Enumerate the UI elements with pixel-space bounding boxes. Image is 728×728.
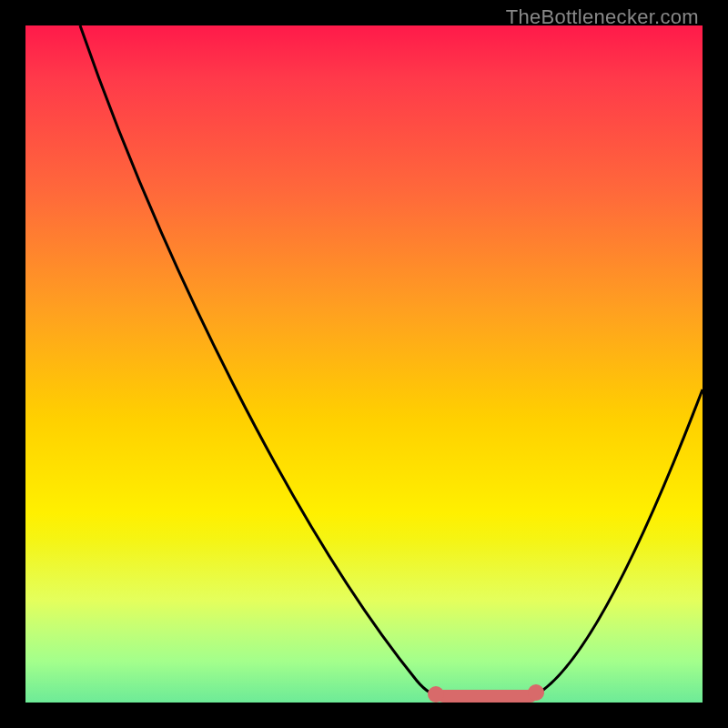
right-curve: [531, 389, 703, 697]
left-curve: [80, 25, 442, 697]
watermark-text: TheBottlenecker.com: [506, 5, 699, 29]
minimum-plateau: [437, 690, 537, 703]
chart-container: TheBottlenecker.com: [0, 0, 728, 728]
curve-layer: [25, 25, 703, 703]
plateau-right-dot: [528, 684, 544, 701]
plateau-left-dot: [428, 686, 444, 703]
